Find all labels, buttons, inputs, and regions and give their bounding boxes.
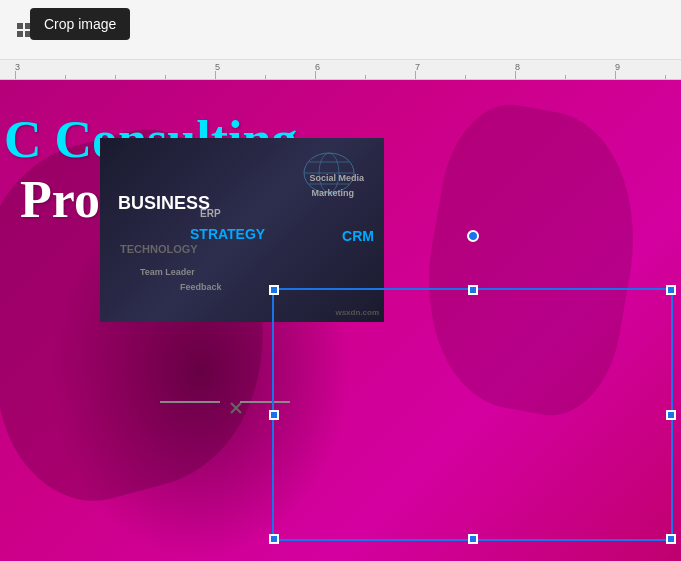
biz-word-erp: ERP <box>200 208 221 219</box>
svg-point-5 <box>58 28 62 32</box>
biz-word-technology: TECHNOLOGY <box>120 243 198 255</box>
crop-handle-top-middle[interactable] <box>468 285 478 295</box>
toolbar: Crop image <box>0 0 681 60</box>
biz-word-crm: CRM <box>342 228 374 244</box>
ruler: 3 5 6 7 8 9 <box>0 60 681 80</box>
crop-handle-top-left[interactable] <box>269 285 279 295</box>
crop-icon-btn[interactable] <box>80 14 112 46</box>
crop-handle-bottom-middle[interactable] <box>468 534 478 544</box>
svg-rect-8 <box>98 27 100 37</box>
biz-word-feedback: Feedback <box>180 282 222 292</box>
cross-line-left <box>160 401 220 403</box>
biz-word-team-leader: Team Leader <box>140 267 195 277</box>
crop-selection-box[interactable] <box>272 288 673 541</box>
biz-word-social-media: Social Media <box>309 173 364 183</box>
svg-rect-9 <box>88 27 98 29</box>
svg-rect-3 <box>25 31 31 37</box>
crop-handle-bottom-left[interactable] <box>269 534 279 544</box>
slide: C Consulting Proposal BUSINESS ERP <box>0 80 681 561</box>
svg-rect-1 <box>25 23 31 29</box>
slide-area: C Consulting Proposal BUSINESS ERP <box>0 80 681 561</box>
crop-handle-middle-right[interactable] <box>666 410 676 420</box>
biz-word-strategy: STRATEGY <box>190 226 265 242</box>
ruler-content: 3 5 6 7 8 9 <box>0 60 681 79</box>
toolbar-btn-2[interactable] <box>44 14 76 46</box>
crop-handle-middle-left[interactable] <box>269 410 279 420</box>
toolbar-icons <box>8 14 112 46</box>
biz-word-business: BUSINESS <box>118 193 210 214</box>
toolbar-btn-1[interactable] <box>8 14 40 46</box>
crop-rotate-handle[interactable] <box>467 230 479 242</box>
svg-rect-7 <box>92 31 102 33</box>
svg-rect-2 <box>17 31 23 37</box>
svg-rect-0 <box>17 23 23 29</box>
crop-handle-top-right[interactable] <box>666 285 676 295</box>
crop-handle-bottom-right[interactable] <box>666 534 676 544</box>
biz-word-marketing: Marketing <box>311 188 354 198</box>
